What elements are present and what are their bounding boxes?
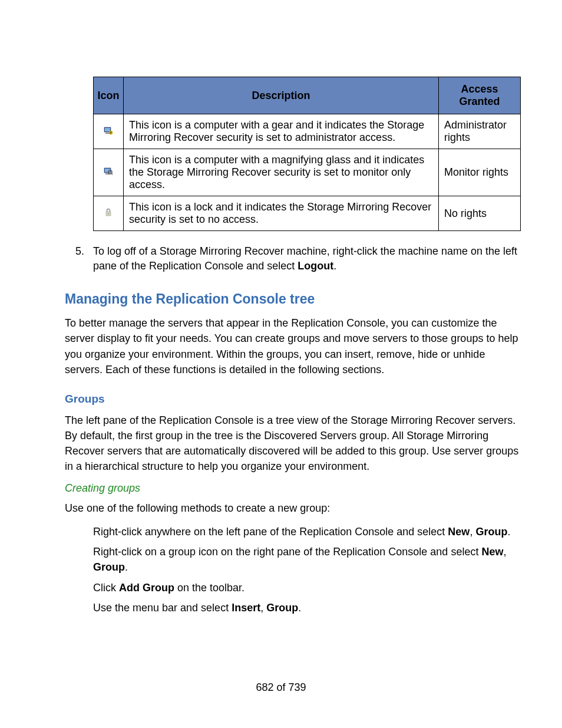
icon-table-wrap: Icon Description Access Granted [65,77,521,231]
heading-creating-groups: Creating groups [65,482,521,495]
svg-point-11 [108,213,109,214]
text: Click [93,582,119,594]
desc-cell: This icon is a lock and it indicates the… [124,196,439,231]
table-header-row: Icon Description Access Granted [94,77,521,114]
text: . [125,561,128,573]
document-page: Icon Description Access Granted [0,0,562,728]
svg-point-4 [110,131,111,133]
ordered-list-item-5: 5. To log off of a Storage Mirroring Rec… [65,244,521,274]
lock-icon [104,207,113,216]
access-cell: Administrator rights [439,114,521,149]
page-number: 682 of 739 [0,681,562,694]
computer-magnify-icon [104,166,113,175]
bold-text: New [448,526,470,538]
svg-line-9 [111,173,113,174]
icon-cell [94,149,124,196]
text: , [470,526,475,538]
table-row: This icon is a computer with a magnifyin… [94,149,521,196]
list-item: Right-click on a group icon on the right… [93,544,521,575]
desc-cell: This icon is a computer with a gear and … [124,114,439,149]
text: , [503,546,506,558]
col-access: Access Granted [439,77,521,114]
bold-text: Add Group [119,582,174,594]
icon-cell [94,196,124,231]
security-icon-table: Icon Description Access Granted [93,77,521,231]
heading-groups: Groups [65,393,521,406]
svg-rect-1 [105,128,110,131]
paragraph: To better manage the servers that appear… [65,315,521,377]
bold-text: Group [475,526,507,538]
list-body: To log off of a Storage Mirroring Recove… [93,244,521,274]
text: on the toolbar. [174,582,244,594]
access-cell: Monitor rights [439,149,521,196]
desc-cell: This icon is a computer with a magnifyin… [124,149,439,196]
list-item: Click Add Group on the toolbar. [93,580,521,595]
access-cell: No rights [439,196,521,231]
bold-text: New [481,546,503,558]
bold-text: Logout [297,260,333,272]
computer-gear-icon [104,126,113,134]
paragraph: Use one of the following methods to crea… [65,500,521,516]
paragraph: The left pane of the Replication Console… [65,413,521,474]
method-list: Right-click anywhere on the left pane of… [65,524,521,615]
col-icon: Icon [94,77,124,114]
text: , [260,602,266,614]
table-row: This icon is a lock and it indicates the… [94,196,521,231]
bold-text: Insert [232,602,260,614]
col-description: Description [124,77,439,114]
list-item: Right-click anywhere on the left pane of… [93,524,521,539]
list-number: 5. [65,244,93,274]
heading-managing-tree: Managing the Replication Console tree [65,291,521,307]
bold-text: Group [266,602,298,614]
list-item: Use the menu bar and select Insert, Grou… [93,600,521,615]
text: . [298,602,301,614]
bold-text: Group [93,561,125,573]
icon-cell [94,114,124,149]
table-row: This icon is a computer with a gear and … [94,114,521,149]
text: Right-click on a group icon on the right… [93,546,481,558]
text: Use the menu bar and select [93,602,232,614]
text: . [507,526,510,538]
text: Right-click anywhere on the left pane of… [93,526,448,538]
text: . [333,260,336,272]
